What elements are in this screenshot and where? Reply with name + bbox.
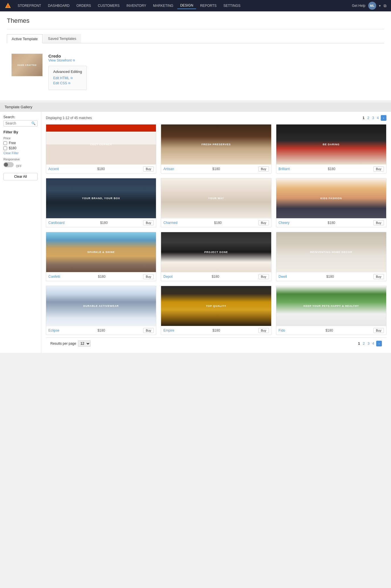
buy-button-empire[interactable]: Buy — [258, 328, 269, 333]
theme-footer-fido: Fido $180 Buy — [276, 326, 386, 335]
nav-orders[interactable]: ORDERS — [73, 3, 94, 9]
page-bottom-4[interactable]: 4 — [371, 341, 375, 346]
buy-button-eclipse[interactable]: Buy — [143, 328, 154, 333]
buy-button-artisan[interactable]: Buy — [258, 166, 269, 172]
theme-thumb-eclipse: Durable Activewear — [46, 286, 156, 326]
tab-active-template[interactable]: Active Template — [7, 34, 43, 43]
nav-marketing[interactable]: MARKETING — [150, 3, 176, 9]
theme-name-empire[interactable]: Empire — [163, 328, 174, 332]
external-link-icon[interactable]: ⧉ — [384, 3, 386, 8]
nav-design[interactable]: DESIGN — [177, 2, 196, 9]
nav-settings[interactable]: SETTINGS — [221, 3, 243, 9]
theme-thumb-empire: TOP QUALITY — [161, 286, 271, 326]
next-page-button[interactable]: › — [381, 115, 386, 121]
page-bottom-2[interactable]: 2 — [362, 341, 366, 346]
theme-thumb-cheery: KIDS FASHION — [276, 178, 386, 218]
thumb-text-depot: PROJECT DONE — [204, 251, 228, 254]
buy-button-brilliant[interactable]: Buy — [373, 166, 384, 172]
thumb-overlay-fido: Keep Your Pets Happy & Healthy — [276, 286, 386, 326]
filter-by-title: Filter By — [3, 130, 38, 134]
nav-storefront[interactable]: STOREFRONT — [15, 3, 44, 9]
price-paid-checkbox[interactable] — [3, 146, 7, 150]
avatar-chevron[interactable]: ▾ — [379, 4, 381, 8]
buy-button-dwell[interactable]: Buy — [373, 274, 384, 279]
page-bottom-1[interactable]: 1 — [357, 341, 361, 346]
theme-price-empire: $180 — [213, 328, 220, 332]
gallery-sidebar: Search: 🔍 Filter By Price Free $180 Clea… — [0, 112, 41, 353]
nav-dashboard[interactable]: DASHBOARD — [45, 3, 72, 9]
nav-right: Get Help ML ▾ ⧉ — [352, 2, 386, 10]
edit-html-link[interactable]: Edit HTML ⧉ — [53, 76, 82, 80]
thumb-text-brilliant: BE DARING — [323, 143, 340, 146]
theme-thumb-artisan: Fresh Preserves — [161, 124, 271, 164]
theme-price-fido: $180 — [326, 328, 333, 332]
page-bottom-3[interactable]: 3 — [367, 341, 371, 346]
clear-all-button[interactable]: Clear All — [3, 173, 38, 180]
thumb-text-eclipse: Durable Activewear — [83, 305, 119, 307]
theme-name-fido[interactable]: Fido — [279, 328, 285, 332]
search-label: Search: — [3, 115, 38, 119]
price-paid-filter[interactable]: $180 — [3, 146, 38, 150]
nav-customers[interactable]: CUSTOMERS — [95, 3, 122, 9]
theme-name-cheery[interactable]: Cheery — [279, 221, 290, 225]
nav-reports[interactable]: REPORTS — [197, 3, 219, 9]
thumb-overlay-cheery: KIDS FASHION — [276, 178, 386, 218]
per-page-select[interactable]: 12 24 48 — [78, 340, 90, 347]
theme-thumb-cardboard: YOUR BRAND, YOUR BOX — [46, 178, 156, 218]
theme-name-dwell[interactable]: Dwell — [279, 275, 287, 279]
top-nav: STOREFRONT DASHBOARD ORDERS CUSTOMERS IN… — [0, 0, 391, 11]
clear-filter-link[interactable]: Clear Filter — [3, 151, 38, 155]
buy-button-charmed[interactable]: Buy — [258, 220, 269, 225]
theme-card-depot: PROJECT DONE Depot $180 Buy — [161, 232, 271, 281]
bottom-bar: Results per page 12 24 48 1 2 3 4 › — [46, 337, 386, 350]
theme-footer-empire: Empire $180 Buy — [161, 326, 271, 335]
nav-inventory[interactable]: INVENTORY — [124, 3, 149, 9]
theme-price-charmed: $180 — [214, 221, 222, 225]
theme-name-depot[interactable]: Depot — [163, 275, 172, 279]
theme-card-fido: Keep Your Pets Happy & Healthy Fido $180… — [276, 286, 386, 335]
theme-name-accent[interactable]: Accent — [48, 167, 59, 171]
buy-button-cheery[interactable]: Buy — [373, 220, 384, 225]
price-free-filter[interactable]: Free — [3, 141, 38, 145]
page-1[interactable]: 1 — [362, 116, 365, 120]
theme-name-cardboard[interactable]: Cardboard — [48, 221, 65, 225]
theme-card-artisan: Fresh Preserves Artisan $180 Buy — [161, 124, 271, 173]
theme-card-eclipse: Durable Activewear Eclipse $180 Buy — [46, 286, 156, 335]
next-page-bottom-button[interactable]: › — [376, 341, 382, 346]
responsive-toggle[interactable] — [3, 162, 14, 167]
theme-footer-depot: Depot $180 Buy — [161, 272, 271, 281]
logo[interactable] — [5, 2, 11, 9]
buy-button-confetti[interactable]: Buy — [143, 274, 154, 279]
edit-css-link[interactable]: Edit CSS ⧉ — [53, 81, 82, 85]
price-free-checkbox[interactable] — [3, 141, 7, 145]
theme-card-cardboard: YOUR BRAND, YOUR BOX Cardboard $180 Buy — [46, 178, 156, 227]
page-4[interactable]: 4 — [376, 116, 380, 120]
theme-name-artisan[interactable]: Artisan — [163, 167, 174, 171]
thumb-text-cheery: KIDS FASHION — [320, 197, 342, 200]
get-help-link[interactable]: Get Help — [352, 4, 365, 8]
view-storefront-link[interactable]: View Storefront ⧉ — [48, 58, 87, 62]
theme-name-brilliant[interactable]: Brilliant — [279, 167, 290, 171]
pagination-top: 1 2 3 4 › — [362, 115, 386, 121]
theme-footer-dwell: Dwell $180 Buy — [276, 272, 386, 281]
buy-button-accent[interactable]: Buy — [143, 166, 154, 172]
user-avatar[interactable]: ML — [368, 2, 376, 10]
page-3[interactable]: 3 — [371, 116, 375, 120]
theme-thumb-fido: Keep Your Pets Happy & Healthy — [276, 286, 386, 326]
theme-name-eclipse[interactable]: Eclipse — [48, 328, 59, 332]
thumb-overlay-confetti: SPARKLE & SHINE — [46, 232, 156, 272]
thumb-overlay-accent: COZY CORNER — [46, 124, 156, 164]
buy-button-fido[interactable]: Buy — [373, 328, 384, 333]
tab-saved-templates[interactable]: Saved Templates — [43, 34, 81, 43]
page-2[interactable]: 2 — [367, 116, 370, 120]
theme-card-brilliant: BE DARING Brilliant $180 Buy — [276, 124, 386, 173]
search-input[interactable] — [5, 121, 31, 125]
theme-name-charmed[interactable]: Charmed — [163, 221, 177, 225]
buy-button-depot[interactable]: Buy — [258, 274, 269, 279]
buy-button-cardboard[interactable]: Buy — [143, 220, 154, 225]
theme-thumb-dwell: Reinventing home decor — [276, 232, 386, 272]
theme-grid: COZY CORNER Accent $180 Buy Fresh Preser… — [46, 124, 386, 335]
theme-name-confetti[interactable]: Confetti — [48, 275, 60, 279]
thumb-text-cardboard: YOUR BRAND, YOUR BOX — [82, 197, 120, 200]
theme-footer-artisan: Artisan $180 Buy — [161, 164, 271, 173]
